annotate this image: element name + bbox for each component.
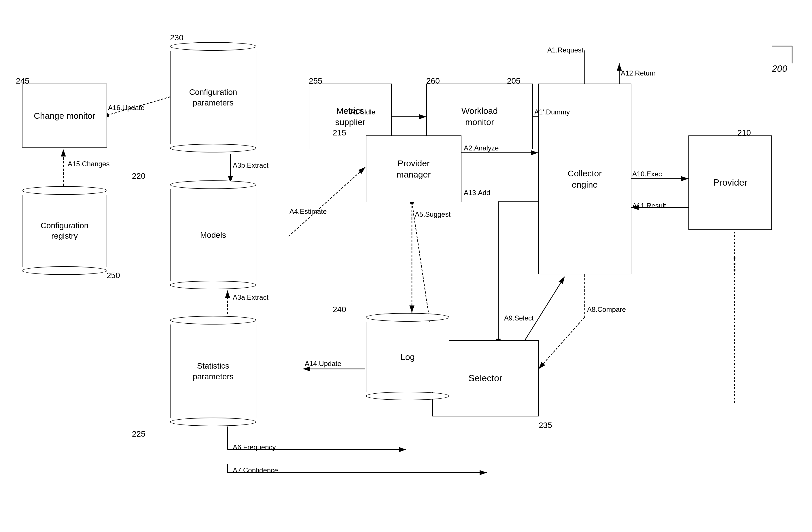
a7-label: A7.Confidence: [233, 466, 278, 474]
a3b-label: A3b.Extract: [233, 161, 269, 170]
config-registry-cylinder: Configurationregistry: [22, 184, 107, 277]
provider-label: Provider: [713, 177, 747, 189]
label-200: 200: [772, 63, 787, 74]
label-255: 255: [309, 76, 322, 86]
a6-label: A6.Frequency: [233, 443, 276, 451]
a14-label: A14.Update: [305, 360, 341, 368]
a10-label: A10.Exec: [632, 170, 662, 178]
provider-manager-box: Providermanager: [366, 135, 462, 202]
provider-dots: ⋮: [726, 254, 744, 274]
config-registry-label: Configurationregistry: [41, 220, 89, 242]
label-250: 250: [106, 271, 120, 280]
stats-params-cylinder: Statisticsparameters: [170, 314, 256, 428]
workload-monitor-label: Workloadmonitor: [462, 105, 498, 128]
log-cylinder: Log: [366, 311, 449, 402]
a4-label: A4.Estimate: [289, 207, 327, 216]
label-230: 230: [170, 33, 184, 42]
label-240: 240: [333, 305, 346, 314]
a17-label: A17.Idle: [350, 108, 375, 116]
a13-label: A13.Add: [464, 189, 490, 197]
diagram-container: Change monitor Configurationregistry Con…: [0, 0, 812, 532]
change-monitor-box: Change monitor: [22, 84, 107, 147]
a15-label: A15.Changes: [68, 160, 110, 168]
a2-label: A2.Analyze: [464, 144, 498, 152]
svg-line-24: [521, 277, 565, 346]
a5-label: A5.Suggest: [415, 211, 450, 218]
a9-label: A9.Select: [504, 314, 534, 322]
label-205: 205: [507, 76, 521, 86]
a1-label: A1.Request: [547, 46, 583, 54]
provider-manager-label: Providermanager: [397, 158, 431, 180]
models-label: Models: [200, 230, 226, 240]
a16-label: A16.Update: [108, 104, 145, 112]
label-215: 215: [333, 128, 346, 138]
change-monitor-label: Change monitor: [34, 110, 95, 121]
label-225: 225: [132, 429, 145, 438]
a11-label: A11.Result: [632, 202, 666, 210]
config-params-label: Configurationparameters: [189, 87, 237, 108]
a3a-label: A3a.Extract: [233, 293, 269, 301]
collector-engine-label: Collectorengine: [568, 168, 602, 190]
stats-params-label: Statisticsparameters: [193, 361, 234, 382]
a12-label: A12.Return: [621, 69, 656, 77]
arrows-svg: [0, 0, 812, 532]
svg-line-11: [289, 167, 365, 236]
label-220: 220: [132, 171, 145, 181]
models-cylinder: Models: [170, 179, 256, 291]
label-235: 235: [539, 421, 552, 430]
selector-label: Selector: [468, 372, 502, 385]
config-params-cylinder: Configurationparameters: [170, 40, 256, 154]
label-245: 245: [16, 76, 29, 86]
provider-box: Provider: [688, 135, 772, 230]
svg-line-23: [539, 317, 585, 369]
a1p-label: A1'.Dummy: [534, 108, 570, 116]
a8-label: A8.Compare: [587, 305, 626, 314]
log-label: Log: [401, 351, 415, 362]
label-260: 260: [426, 76, 440, 86]
label-210: 210: [737, 128, 751, 138]
